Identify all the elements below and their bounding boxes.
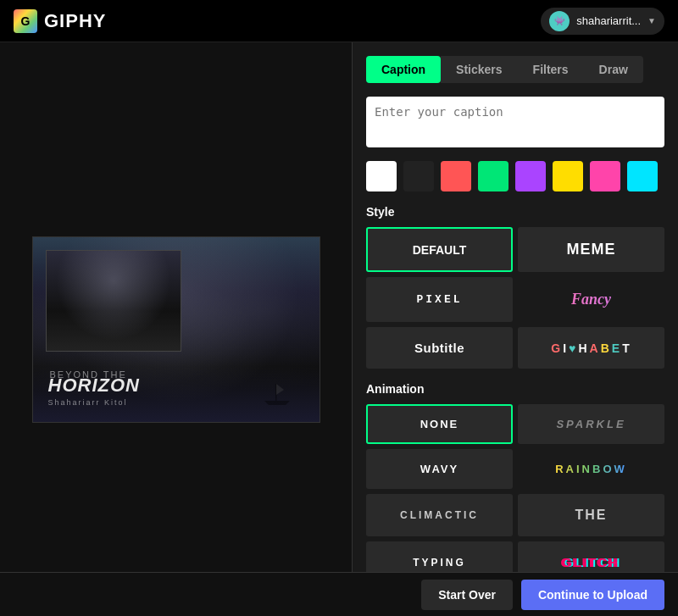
style-alphabet-button[interactable]: G I ♥ H A B E T [518,327,664,369]
tab-bar: Caption Stickers Filters Draw [366,56,664,83]
color-swatch-purple[interactable] [515,161,546,191]
anim-none-button[interactable]: NONE [366,404,513,444]
style-subtitle-button[interactable]: Subtitle [366,327,513,369]
header: G GIPHY 👾 shahariarrit... ▼ [0,0,678,42]
anim-climactic-button[interactable]: CLIMACTIC [366,494,513,536]
color-swatch-red[interactable] [441,161,471,191]
user-menu[interactable]: 👾 shahariarrit... ▼ [541,8,664,35]
svg-marker-2 [276,384,284,395]
tab-filters[interactable]: Filters [518,56,584,83]
inner-image [46,250,181,352]
style-default-button[interactable]: DEFAULT [366,227,513,272]
gif-preview: BEYOND THE HORIZON Shahariarr Kitol [32,236,320,423]
tab-draw[interactable]: Draw [584,56,643,83]
logo-text: GIPHY [44,10,106,32]
alpha-b: B [601,341,611,355]
tab-caption[interactable]: Caption [366,56,441,83]
anim-the-button[interactable]: THE [518,494,664,536]
tab-stickers[interactable]: Stickers [441,56,517,83]
alpha-i: I [563,341,568,355]
user-name: shahariarrit... [576,14,641,27]
anim-wavy-button[interactable]: WAvy [366,449,513,489]
alphabet-colored-text: G I ♥ H A B E T [551,341,631,355]
logo-icon: G [14,9,37,33]
color-swatches [366,161,664,191]
preview-title: HORIZON [48,375,140,397]
alpha-p: ♥ [569,341,577,355]
color-swatch-cyan[interactable] [627,161,658,191]
style-meme-button[interactable]: MEME [518,227,664,272]
editor-panel: Caption Stickers Filters Draw Style DEFA… [352,42,678,616]
color-swatch-white[interactable] [366,161,397,191]
continue-to-upload-button[interactable]: Continue to Upload [521,580,664,610]
logo: G GIPHY [14,9,106,33]
animation-label: Animation [366,382,664,396]
alpha-e: E [612,341,621,355]
alpha-t: T [622,341,631,355]
svg-marker-0 [264,401,290,405]
cloud-layer-2 [47,251,181,351]
ship-silhouette-icon [260,380,294,405]
footer: Start Over Continue to Upload [0,572,678,616]
style-pixel-button[interactable]: PIXEL [366,277,513,322]
preview-panel: BEYOND THE HORIZON Shahariarr Kitol [0,42,352,616]
alpha-a: A [590,341,600,355]
caption-input[interactable] [366,97,664,147]
avatar-emoji: 👾 [554,16,564,25]
style-grid: DEFAULT MEME PIXEL Fancy Subtitle G I ♥ … [366,227,664,369]
style-fancy-button[interactable]: Fancy [518,277,664,322]
user-avatar: 👾 [549,11,570,31]
anim-rainbow-button[interactable]: RAINBOW [518,449,664,489]
alpha-h: H [578,341,588,355]
style-label: Style [366,205,664,219]
color-swatch-green[interactable] [478,161,508,191]
main-content: BEYOND THE HORIZON Shahariarr Kitol Capt… [0,42,678,616]
chevron-down-icon: ▼ [647,16,656,25]
preview-subtitle2: Shahariarr Kitol [48,398,128,407]
animation-grid: NONE SPARKLE WAvy RAINBOW CLIMACTIC THE … [366,404,664,583]
anim-sparkle-button[interactable]: SPARKLE [518,404,664,444]
start-over-button[interactable]: Start Over [421,580,513,610]
color-swatch-yellow[interactable] [553,161,583,191]
color-swatch-pink[interactable] [590,161,620,191]
gif-background: BEYOND THE HORIZON Shahariarr Kitol [33,237,320,422]
color-swatch-black[interactable] [403,161,434,191]
alpha-g: G [551,341,562,355]
